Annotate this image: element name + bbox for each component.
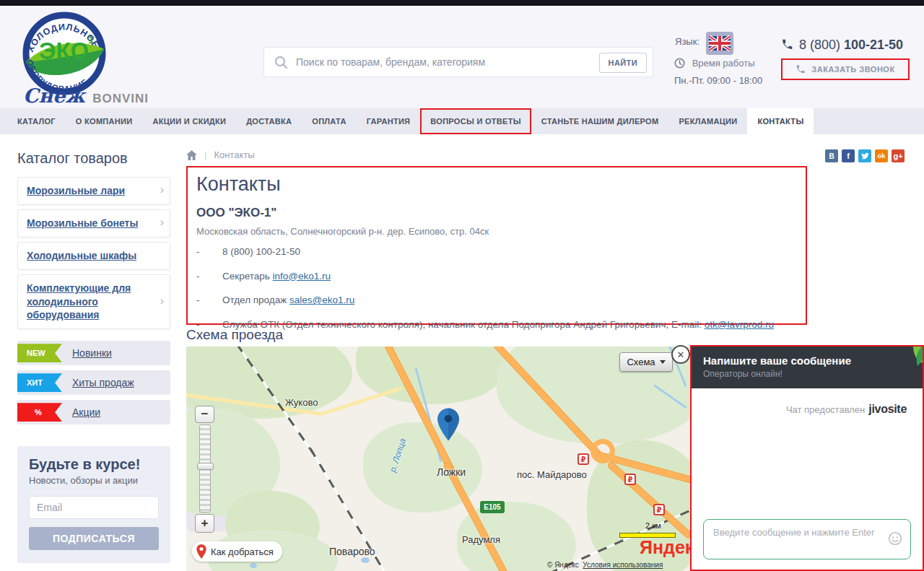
nav-item-payment[interactable]: ОПЛАТА	[302, 108, 356, 134]
language-label: Язык:	[675, 36, 699, 47]
twitter-icon[interactable]	[858, 149, 871, 162]
header: ХОЛОДИЛЬНОЕ ЭКО 1 ОБОРУДОВАНИЕ Снеж BONV…	[0, 6, 924, 108]
sidebar-item-hits[interactable]: ХИТ Хиты продаж	[17, 370, 170, 395]
nav-item-faq[interactable]: ВОПРОСЫ И ОТВЕТЫ	[420, 108, 531, 134]
chat-provider-row: Чат предоставленjivosite	[786, 403, 907, 416]
search-input[interactable]	[296, 48, 606, 77]
location-pin-icon[interactable]	[437, 407, 459, 442]
map-label-radumlya: Радумля	[462, 534, 500, 545]
nav-item-about[interactable]: О КОМПАНИИ	[66, 108, 143, 134]
category-link[interactable]: Морозильные бонеты	[27, 217, 138, 229]
catalog-title: Каталог товаров	[17, 150, 170, 167]
chat-title: Напишите ваше сообщение	[703, 354, 911, 367]
chat-close-button[interactable]: ✕	[671, 345, 690, 364]
brand-sub: BONVINI	[92, 92, 149, 105]
worktime-row: Время работы	[674, 58, 755, 69]
map-zoom-control: − +	[195, 406, 215, 533]
sidebar-item-refrigerated-cabinets[interactable]: Холодильные шкафы	[17, 242, 170, 270]
nav-item-promos[interactable]: АКЦИИ И СКИДКИ	[142, 108, 236, 134]
search-submit-button[interactable]: НАЙТИ	[599, 53, 647, 73]
hits-link[interactable]: Хиты продаж	[72, 377, 134, 388]
email-field[interactable]	[29, 496, 159, 519]
emoji-icon[interactable]	[888, 531, 902, 546]
email-link-otk[interactable]: otk@lavrprod.ru	[705, 319, 774, 330]
jivosite-logo[interactable]: jivosite	[868, 403, 907, 415]
fuel-station-marker: ₽	[578, 453, 589, 465]
contact-phone: 8 (800) 100-21-50	[222, 245, 300, 258]
contact-label: Служба ОТК (Отдел технического контроля)…	[222, 319, 705, 330]
map-type-button[interactable]: Схема	[619, 352, 673, 372]
category-link[interactable]: Комплектующие для холодильного оборудова…	[27, 282, 131, 321]
nav-item-catalog[interactable]: КАТАЛОГ	[7, 108, 66, 134]
phone-number: 100-21-50	[844, 38, 903, 52]
map-label-povarovo: Поварово	[329, 546, 375, 557]
breadcrumb-current: Контакты	[214, 149, 254, 160]
category-link[interactable]: Холодильные шкафы	[27, 250, 136, 261]
odnoklassniki-icon[interactable]: ok	[875, 149, 888, 162]
terms-link[interactable]: Условия использования	[583, 561, 663, 569]
chevron-right-icon: ›	[160, 295, 164, 308]
new-badge: NEW	[17, 344, 62, 362]
sidebar-item-sales[interactable]: % Акции	[17, 400, 170, 424]
header-phone[interactable]: 8 (800) 100-21-50	[781, 38, 903, 53]
sidebar-item-components[interactable]: Комплектующие для холодильного оборудова…	[17, 274, 170, 330]
company-address: Московская область, Солнечногорский р-н.…	[196, 226, 798, 237]
zoom-in-button[interactable]: +	[195, 514, 214, 533]
category-link[interactable]: Морозильные лари	[27, 185, 125, 196]
language-flag-uk[interactable]	[706, 32, 733, 55]
map-label-zhukovo: Жуково	[285, 397, 318, 408]
nav-item-dealer[interactable]: СТАНЬТЕ НАШИМ ДИЛЕРОМ	[531, 108, 669, 134]
zoom-slider[interactable]	[199, 424, 211, 513]
map-lake	[361, 557, 370, 563]
clock-icon	[674, 58, 685, 69]
sidebar-item-freezer-bonnets[interactable]: Морозильные бонеты ›	[17, 209, 170, 237]
contact-row-phone: - 8 (800) 100-21-50	[195, 245, 798, 258]
new-link[interactable]: Новинки	[72, 347, 112, 359]
subscribe-button[interactable]: ПОДПИСАТЬСЯ	[29, 527, 159, 550]
company-logo[interactable]: ХОЛОДИЛЬНОЕ ЭКО 1 ОБОРУДОВАНИЕ Снеж BONV…	[14, 10, 173, 111]
callback-button[interactable]: ЗАКАЗАТЬ ЗВОНОК	[781, 58, 910, 80]
facebook-icon[interactable]: f	[842, 149, 855, 162]
worktime-label: Время работы	[692, 58, 755, 69]
contacts-highlight-box: Контакты ООО "ЭКО-1" Московская область,…	[186, 166, 807, 325]
directions-pin-icon	[196, 544, 206, 559]
sales-link[interactable]: Акции	[72, 406, 100, 418]
vk-icon[interactable]: В	[825, 149, 838, 162]
directions-button[interactable]: Как добраться	[192, 541, 282, 562]
contact-label: Секретарь	[222, 271, 273, 282]
fuel-station-marker: ₽	[624, 474, 636, 485]
map-label-lozhki: Ложки	[437, 466, 466, 478]
email-link-sales[interactable]: sales@eko1.ru	[289, 295, 354, 305]
uk-flag-icon	[709, 35, 731, 51]
map-interchange	[590, 439, 615, 463]
chevron-right-icon: ›	[160, 216, 164, 229]
main-nav: КАТАЛОГ О КОМПАНИИ АКЦИИ И СКИДКИ ДОСТАВ…	[0, 108, 924, 134]
zoom-out-button[interactable]: −	[195, 406, 214, 423]
nav-item-contacts[interactable]: КОНТАКТЫ	[747, 108, 814, 134]
home-icon[interactable]	[186, 150, 197, 160]
fuel-station-marker: ₽	[653, 504, 665, 515]
newsletter-box: Будьте в курсе! Новости, обзоры и акции …	[17, 446, 170, 563]
brand-script: Снеж	[23, 84, 85, 107]
hit-badge: ХИТ	[17, 373, 62, 392]
map-attribution: © Яндекс Условия использования	[547, 561, 663, 569]
chat-message-input[interactable]: Введите сообщение и нажмите Enter	[703, 519, 911, 559]
contact-row-secretary: - Секретарь info@eko1.ru	[195, 270, 798, 283]
yandex-map[interactable]: Жуково р. Лопца Ложки пос. Майдарово Пов…	[186, 346, 692, 571]
breadcrumb-separator: |	[204, 149, 206, 160]
contact-label: Отдел продаж	[222, 295, 289, 305]
nav-item-warranty[interactable]: ГАРАНТИЯ	[357, 108, 421, 134]
callback-label: ЗАКАЗАТЬ ЗВОНОК	[811, 65, 894, 74]
yandex-logo[interactable]: Яндекс	[640, 537, 692, 558]
work-hours: Пн.-Пт. 09:00 - 18:00	[674, 75, 762, 86]
nav-item-claims[interactable]: РЕКЛАМАЦИИ	[668, 108, 747, 134]
zoom-slider-handle[interactable]	[197, 463, 214, 470]
nav-item-delivery[interactable]: ДОСТАВКА	[236, 108, 302, 134]
google-plus-icon[interactable]: g+	[892, 149, 905, 162]
sidebar-item-freezer-chests[interactable]: Морозильные лари ›	[17, 177, 170, 205]
sidebar-item-new[interactable]: NEW Новинки	[17, 341, 170, 365]
map-scale-label: 2 км	[645, 521, 661, 530]
email-link-info[interactable]: info@eko1.ru	[273, 271, 331, 282]
breadcrumb: | Контакты	[186, 149, 255, 160]
phone-prefix: 8 (800)	[799, 38, 844, 52]
